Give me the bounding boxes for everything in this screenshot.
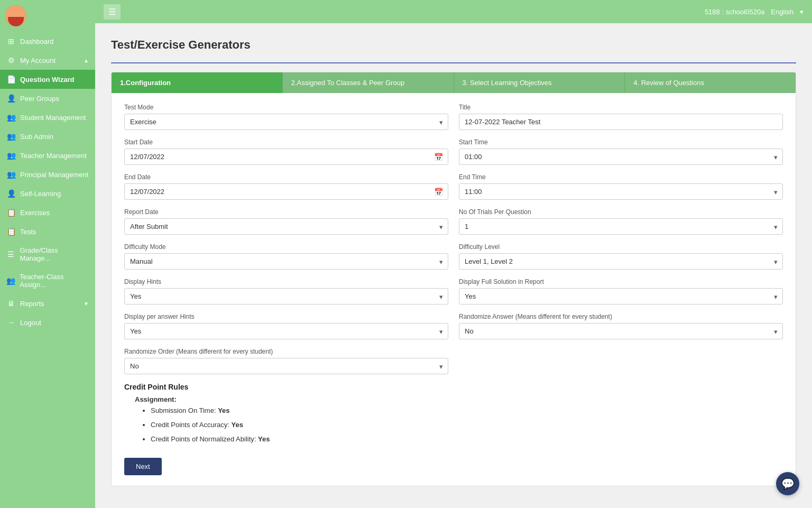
wizard-tabs: 1.Configuration 2.Assigned To Classes & … xyxy=(112,72,796,93)
no-trials-wrapper: 1 xyxy=(459,218,783,235)
principal-icon: 👥 xyxy=(6,170,16,179)
sidebar: ⊞ Dashboard ⚙ My Account ▲ 📄 Question Wi… xyxy=(0,0,95,508)
form-row-4: Report Date After Submit No Of Trials Pe… xyxy=(124,208,783,235)
next-button[interactable]: Next xyxy=(124,458,162,475)
page-title: Test/Exercise Generators xyxy=(111,38,796,52)
main-content: ☰ 5188 : school0520a English ▾ Test/Exer… xyxy=(95,0,812,508)
sidebar-item-label: Grade/Class Manage... xyxy=(20,246,89,262)
sidebar-item-tests[interactable]: 📋 Tests xyxy=(0,222,95,241)
tests-icon: 📋 xyxy=(6,227,16,236)
no-trials-label: No Of Trials Per Question xyxy=(459,208,783,216)
difficulty-mode-wrapper: Manual xyxy=(124,253,448,270)
per-answer-hints-select[interactable]: Yes xyxy=(124,323,448,339)
tab-review-questions[interactable]: 4. Review of Questions xyxy=(625,72,796,93)
tab-assigned-to-classes[interactable]: 2.Assigned To Classes & Peer Group xyxy=(283,72,454,93)
credit-rules-list: Submission On Time: Yes Credit Points of… xyxy=(151,407,783,443)
difficulty-level-label: Difficulty Level xyxy=(459,243,783,251)
randomize-answer-select[interactable]: No xyxy=(459,323,783,339)
tab-select-learning[interactable]: 3. Select Learning Objectives xyxy=(454,72,625,93)
user-info: 5188 : school0520a xyxy=(705,8,764,16)
sidebar-item-my-account[interactable]: ⚙ My Account ▲ xyxy=(0,51,95,70)
end-date-group: End Date 📅 xyxy=(124,173,448,200)
credit-rule-text-3: Credit Points of Normalized Ability: xyxy=(151,435,258,443)
credit-rule-item-2: Credit Points of Accuracy: Yes xyxy=(151,421,783,429)
credit-rule-bold-1: Yes xyxy=(218,407,229,414)
display-hints-wrapper: Yes xyxy=(124,288,448,304)
difficulty-level-select[interactable]: Level 1, Level 2 xyxy=(459,253,783,270)
sidebar-item-label: Sub Admin xyxy=(20,133,53,141)
form-row-7: Display per answer Hints Yes Randomize A… xyxy=(124,313,783,339)
teacherclass-icon: 👥 xyxy=(6,276,15,285)
per-answer-hints-wrapper: Yes xyxy=(124,323,448,339)
avatar-area xyxy=(0,0,95,32)
sidebar-item-teacher-management[interactable]: 👥 Teacher Management xyxy=(0,146,95,165)
tab-configuration[interactable]: 1.Configuration xyxy=(112,72,283,93)
title-input[interactable] xyxy=(459,114,783,130)
display-hints-select[interactable]: Yes xyxy=(124,288,448,304)
randomize-order-group: Randomize Order (Means different for eve… xyxy=(124,348,454,374)
sidebar-item-label: My Account xyxy=(20,57,56,64)
sidebar-item-reports[interactable]: 🖥 Reports ▼ xyxy=(0,294,95,313)
test-mode-select[interactable]: Exercise xyxy=(124,114,448,130)
end-date-input[interactable] xyxy=(124,183,448,200)
start-time-select[interactable]: 01:00 xyxy=(459,149,783,165)
chevron-down-icon: ▼ xyxy=(84,301,89,307)
sidebar-item-dashboard[interactable]: ⊞ Dashboard xyxy=(0,32,95,51)
end-time-wrapper: 11:00 xyxy=(459,183,783,200)
language-selector[interactable]: English xyxy=(771,8,793,16)
end-date-label: End Date xyxy=(124,173,448,181)
sidebar-item-peer-groups[interactable]: 👤 Peer Groups xyxy=(0,89,95,108)
randomize-order-select[interactable]: No xyxy=(124,358,448,374)
credit-rules-title: Credit Point Rules xyxy=(124,383,783,391)
peer-icon: 👤 xyxy=(6,94,16,103)
form-row-6: Display Hints Yes Display Full Solution … xyxy=(124,278,783,304)
sidebar-item-principal-management[interactable]: 👥 Principal Management xyxy=(0,165,95,184)
credit-rule-text-2: Credit Points of Accuracy: xyxy=(151,421,231,429)
display-full-solution-wrapper: Yes xyxy=(459,288,783,304)
report-date-label: Report Date xyxy=(124,208,448,216)
subadmin-icon: 👥 xyxy=(6,132,16,141)
form-row-8: Randomize Order (Means different for eve… xyxy=(124,348,783,374)
display-full-solution-label: Display Full Solution in Report xyxy=(459,278,783,285)
form-row-5: Difficulty Mode Manual Difficulty Level … xyxy=(124,243,783,270)
avatar xyxy=(5,5,26,26)
account-icon: ⚙ xyxy=(6,56,16,64)
per-answer-hints-group: Display per answer Hints Yes xyxy=(124,313,448,339)
sidebar-item-grade-class[interactable]: ☰ Grade/Class Manage... xyxy=(0,241,95,267)
dashboard-icon: ⊞ xyxy=(6,37,16,45)
sidebar-item-teacher-class[interactable]: 👥 Teacher-Class Assign... xyxy=(0,267,95,294)
test-mode-wrapper: Exercise xyxy=(124,114,448,130)
form-body: Test Mode Exercise Title xyxy=(112,93,796,486)
sidebar-item-label: Teacher-Class Assign... xyxy=(20,273,89,289)
sidebar-item-self-learning[interactable]: 👤 Self-Learning xyxy=(0,184,95,203)
chat-fab[interactable]: 💬 xyxy=(776,472,799,495)
difficulty-mode-label: Difficulty Mode xyxy=(124,243,448,251)
sidebar-item-student-management[interactable]: 👥 Student Management xyxy=(0,108,95,127)
credit-rule-bold-2: Yes xyxy=(231,421,243,429)
sidebar-item-logout[interactable]: → Logout xyxy=(0,313,95,332)
start-time-group: Start Time 01:00 xyxy=(459,138,783,165)
end-time-group: End Time 11:00 xyxy=(459,173,783,200)
sidebar-item-label: Dashboard xyxy=(20,38,54,45)
difficulty-mode-select[interactable]: Manual xyxy=(124,253,448,270)
end-time-select[interactable]: 11:00 xyxy=(459,183,783,200)
sidebar-item-label: Exercises xyxy=(20,209,50,217)
no-trials-select[interactable]: 1 xyxy=(459,218,783,235)
form-row-3: End Date 📅 End Time 11:00 xyxy=(124,173,783,200)
start-date-input[interactable] xyxy=(124,149,448,165)
sidebar-item-exercises[interactable]: 📋 Exercises xyxy=(0,203,95,222)
report-date-select[interactable]: After Submit xyxy=(124,218,448,235)
sidebar-item-sub-admin[interactable]: 👥 Sub Admin xyxy=(0,127,95,146)
chat-icon: 💬 xyxy=(781,477,795,490)
randomize-answer-label: Randomize Answer (Means different for ev… xyxy=(459,313,783,320)
title-label: Title xyxy=(459,104,783,111)
title-group: Title xyxy=(459,104,783,130)
display-full-solution-select[interactable]: Yes xyxy=(459,288,783,304)
sidebar-item-label: Logout xyxy=(20,319,41,327)
topbar-right: 5188 : school0520a English ▾ xyxy=(705,8,804,16)
end-time-label: End Time xyxy=(459,173,783,181)
start-time-wrapper: 01:00 xyxy=(459,149,783,165)
sidebar-item-question-wizard[interactable]: 📄 Question Wizard xyxy=(0,70,95,89)
credit-rule-item-3: Credit Points of Normalized Ability: Yes xyxy=(151,435,783,443)
menu-button[interactable]: ☰ xyxy=(104,4,121,20)
